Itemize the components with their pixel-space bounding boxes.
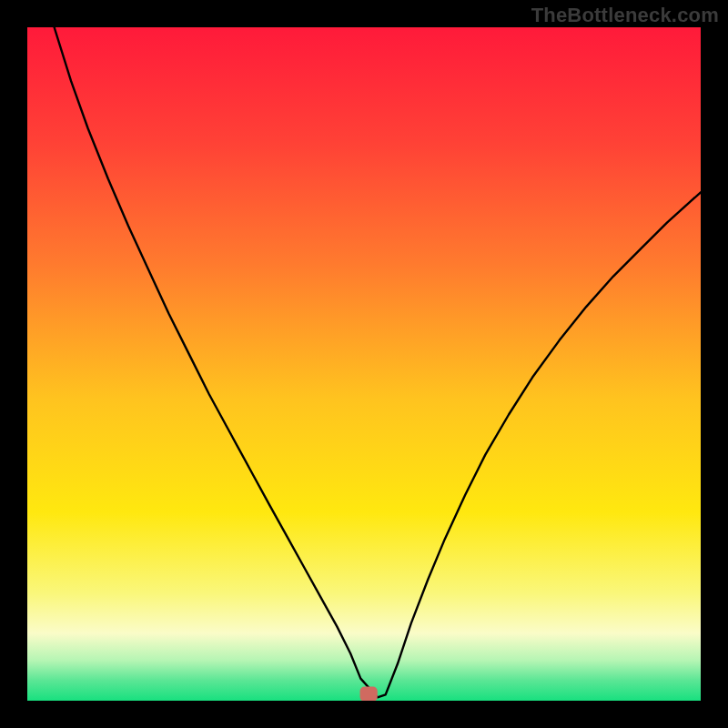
chart-svg	[27, 27, 701, 701]
chart-frame: TheBottleneck.com	[0, 0, 728, 728]
min-marker	[360, 686, 378, 701]
watermark-text: TheBottleneck.com	[531, 4, 719, 27]
plot-area	[27, 27, 701, 701]
gradient-background	[27, 27, 701, 701]
